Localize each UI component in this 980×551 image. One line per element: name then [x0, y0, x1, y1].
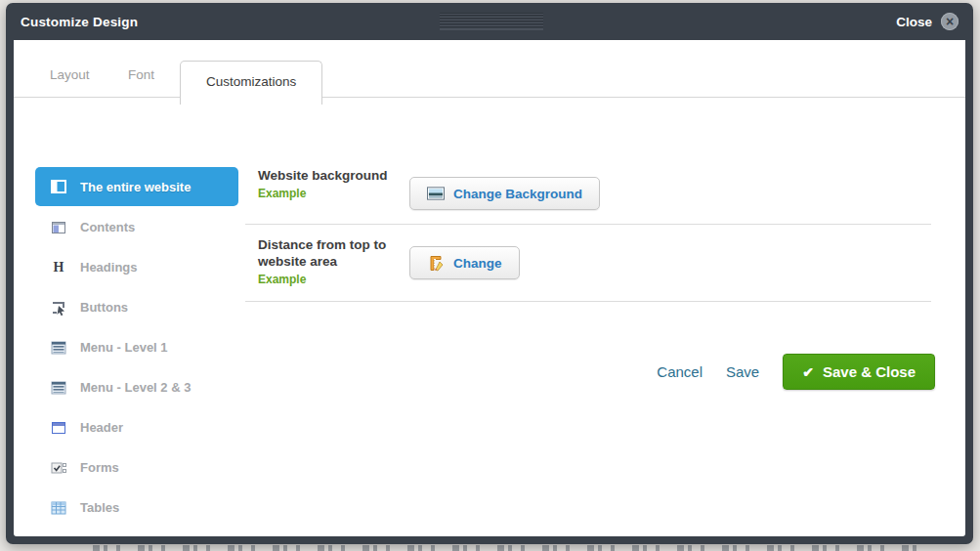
sidebar-item-label: Headings	[80, 260, 138, 275]
background-page-text	[93, 545, 921, 551]
cancel-link[interactable]: Cancel	[657, 363, 703, 380]
settings-panel: Website background Example Change Backgr…	[245, 167, 931, 302]
save-link[interactable]: Save	[726, 363, 759, 380]
change-background-button[interactable]: Change Background	[409, 177, 600, 210]
close-icon: ×	[941, 13, 959, 30]
sidebar-item-forms[interactable]: Forms	[35, 447, 238, 487]
sidebar-item-label: Buttons	[80, 300, 128, 315]
drag-handle[interactable]	[440, 13, 543, 30]
footer-actions: Cancel Save ✔ Save & Close	[657, 354, 935, 390]
header-icon	[50, 419, 67, 437]
close-button[interactable]: Close ×	[896, 13, 959, 30]
save-and-close-button[interactable]: ✔ Save & Close	[783, 354, 935, 390]
setting-row-website-background: Website background Example Change Backgr…	[245, 167, 931, 225]
sidebar-item-label: Forms	[80, 460, 119, 475]
sidebar-item-header[interactable]: Header	[35, 407, 238, 447]
sidebar-item-menu-level-2-3[interactable]: Menu - Level 2 & 3	[35, 367, 238, 407]
sidebar-item-label: Tables	[80, 500, 119, 515]
sidebar-item-contents[interactable]: Contents	[35, 207, 238, 247]
forms-icon	[50, 459, 67, 477]
ruler-icon	[427, 254, 445, 272]
tables-icon	[50, 499, 67, 517]
contents-icon	[50, 219, 67, 236]
button-label: Change Background	[453, 187, 582, 201]
sidebar-item-label: Menu - Level 2 & 3	[80, 380, 191, 395]
buttons-icon	[50, 299, 67, 317]
sidebar: The entire website Contents H Headings	[35, 167, 238, 528]
tab-font[interactable]: Font	[128, 67, 154, 82]
setting-row-distance-from-top: Distance from top to website area Exampl…	[245, 225, 931, 302]
sidebar-item-headings[interactable]: H Headings	[35, 247, 238, 287]
tab-bar: Layout Font Customizations	[14, 40, 965, 98]
menu-level1-icon	[50, 339, 67, 357]
menu-level23-icon	[50, 379, 67, 397]
page-background: Customize Design Close × Layout Font Cus…	[0, 0, 980, 551]
dialog-titlebar: Customize Design Close ×	[6, 3, 973, 40]
close-label: Close	[896, 15, 932, 29]
sidebar-item-label: Menu - Level 1	[80, 340, 168, 355]
sidebar-item-entire-website[interactable]: The entire website	[35, 167, 238, 206]
setting-label: Distance from top to website area	[258, 236, 402, 270]
sidebar-item-label: The entire website	[80, 180, 191, 194]
checkmark-icon: ✔	[802, 365, 814, 379]
tab-layout[interactable]: Layout	[50, 67, 90, 82]
button-label: Change	[453, 256, 502, 271]
dialog-content: Layout Font Customizations The entire we…	[14, 40, 965, 536]
save-close-label: Save & Close	[823, 363, 916, 380]
headings-icon: H	[50, 259, 67, 276]
sidebar-item-label: Header	[80, 420, 123, 435]
sidebar-item-buttons[interactable]: Buttons	[35, 287, 238, 327]
setting-label: Website background	[258, 167, 402, 184]
entire-website-icon	[50, 178, 67, 195]
sidebar-item-label: Contents	[80, 220, 135, 234]
customize-design-dialog: Customize Design Close × Layout Font Cus…	[6, 3, 973, 544]
tab-customizations[interactable]: Customizations	[180, 61, 322, 105]
sidebar-item-tables[interactable]: Tables	[35, 487, 238, 528]
image-icon	[427, 185, 445, 202]
dialog-title: Customize Design	[21, 15, 138, 29]
example-link[interactable]: Example	[258, 273, 306, 286]
example-link[interactable]: Example	[258, 187, 306, 200]
sidebar-item-menu-level-1[interactable]: Menu - Level 1	[35, 327, 238, 367]
change-distance-button[interactable]: Change	[409, 246, 520, 279]
